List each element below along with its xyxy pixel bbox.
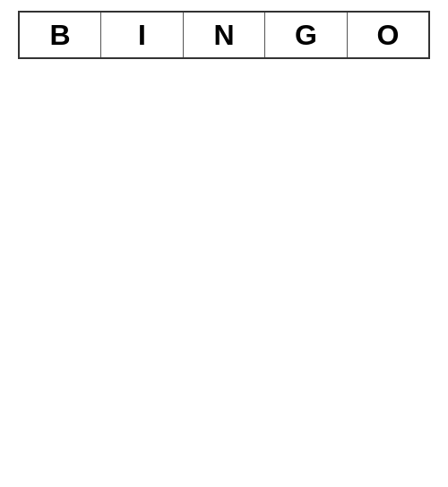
header-col-n: N (183, 12, 265, 58)
header-col-i: I (101, 12, 184, 58)
bingo-body (19, 58, 429, 475)
header-col-g: G (265, 12, 348, 58)
bingo-card: BINGO (18, 11, 430, 476)
bingo-header-row: BINGO (19, 12, 429, 58)
header-col-b: B (19, 12, 101, 58)
header-col-o: O (347, 12, 429, 58)
